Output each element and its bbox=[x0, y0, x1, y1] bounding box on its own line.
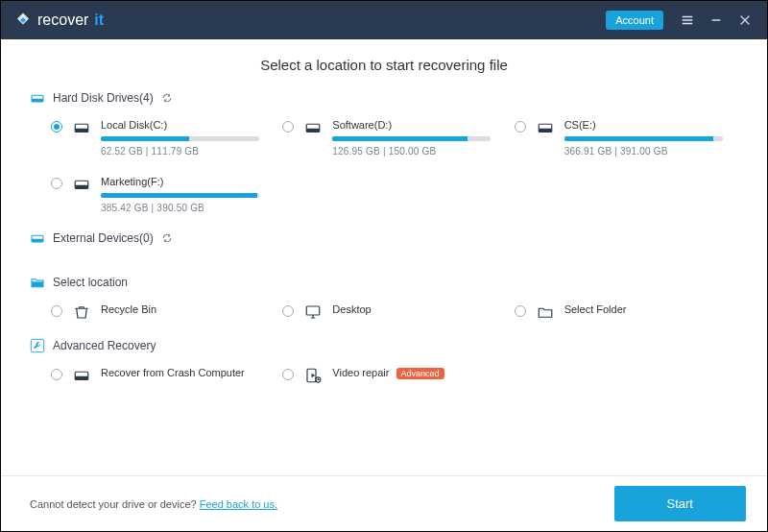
external-section-icon bbox=[30, 230, 45, 246]
advanced-item[interactable]: Recover from Crash Computer bbox=[51, 367, 275, 384]
brand-text-b: it bbox=[94, 12, 104, 29]
drive-radio[interactable] bbox=[51, 178, 62, 189]
footer: Cannot detect your drive or device? Feed… bbox=[1, 475, 767, 531]
usage-bar bbox=[564, 136, 723, 141]
drive-size: 62.52 GB | 111.79 GB bbox=[101, 146, 275, 157]
drive-radio[interactable] bbox=[51, 121, 62, 133]
advanced-radio[interactable] bbox=[282, 369, 294, 380]
refresh-icon[interactable] bbox=[161, 92, 173, 104]
drive-size: 366.91 GB | 391.00 GB bbox=[564, 146, 738, 157]
advanced-label: Recover from Crash Computer bbox=[101, 367, 275, 378]
close-icon[interactable] bbox=[731, 6, 759, 35]
drive-item[interactable]: Software(D:)126.95 GB | 150.00 GB bbox=[282, 119, 506, 157]
locations-grid: Recycle BinDesktopSelect Folder bbox=[30, 303, 738, 321]
logo-icon bbox=[14, 12, 32, 29]
drive-item[interactable]: Marketing(F:)385.42 GB | 390.50 GB bbox=[51, 176, 275, 213]
section-hard-drives-label: Hard Disk Drives(4) bbox=[53, 91, 154, 105]
disk-icon bbox=[72, 119, 91, 136]
app-window: recoverit Account Select a location to s… bbox=[0, 0, 768, 532]
drive-size: 385.42 GB | 390.50 GB bbox=[101, 203, 275, 213]
advanced-item[interactable]: Video repair Advanced bbox=[282, 367, 506, 384]
minimize-icon[interactable] bbox=[702, 6, 731, 35]
location-label: Select Folder bbox=[564, 303, 738, 315]
disk-icon bbox=[303, 119, 323, 136]
advanced-radio[interactable] bbox=[51, 369, 62, 380]
location-icon bbox=[303, 303, 323, 321]
drives-grid: Local Disk(C:)62.52 GB | 111.79 GBSoftwa… bbox=[30, 119, 738, 213]
menu-icon[interactable] bbox=[673, 6, 702, 35]
svg-rect-9 bbox=[75, 185, 88, 189]
svg-rect-12 bbox=[32, 281, 43, 286]
section-select-location: Select location bbox=[30, 275, 738, 290]
titlebar: recoverit Account bbox=[1, 1, 767, 39]
usage-bar bbox=[101, 193, 259, 198]
location-item[interactable]: Select Folder bbox=[515, 303, 738, 321]
section-external: External Devices(0) bbox=[30, 230, 738, 246]
drive-size: 126.95 GB | 150.00 GB bbox=[332, 146, 506, 157]
advanced-icon bbox=[72, 367, 91, 384]
advanced-icon bbox=[303, 367, 323, 384]
drive-label: Marketing(F:) bbox=[101, 176, 275, 187]
section-external-label: External Devices(0) bbox=[53, 231, 154, 245]
svg-rect-7 bbox=[539, 129, 552, 133]
drive-item[interactable]: Local Disk(C:)62.52 GB | 111.79 GB bbox=[51, 119, 275, 157]
brand-text-a: recover bbox=[37, 12, 88, 29]
wrench-section-icon bbox=[30, 338, 45, 353]
page-title: Select a location to start recovering fi… bbox=[30, 57, 738, 73]
location-radio[interactable] bbox=[515, 305, 526, 317]
svg-rect-1 bbox=[32, 99, 43, 102]
app-logo: recoverit bbox=[14, 12, 104, 29]
section-advanced-label: Advanced Recovery bbox=[53, 339, 156, 352]
usage-bar bbox=[101, 136, 259, 141]
location-icon bbox=[536, 303, 555, 321]
drive-radio[interactable] bbox=[515, 121, 526, 133]
folder-section-icon bbox=[30, 275, 45, 290]
svg-rect-13 bbox=[307, 306, 321, 315]
drive-radio[interactable] bbox=[282, 121, 294, 133]
drive-label: Software(D:) bbox=[332, 119, 506, 131]
disk-icon bbox=[72, 176, 91, 193]
advanced-badge: Advanced bbox=[396, 368, 444, 379]
refresh-icon[interactable] bbox=[161, 232, 173, 244]
drive-section-icon bbox=[30, 90, 45, 106]
svg-rect-11 bbox=[32, 239, 43, 242]
main-content: Select a location to start recovering fi… bbox=[1, 39, 767, 475]
section-hard-drives: Hard Disk Drives(4) bbox=[30, 90, 738, 106]
drive-item[interactable]: CS(E:)366.91 GB | 391.00 GB bbox=[515, 119, 738, 157]
location-radio[interactable] bbox=[51, 305, 62, 317]
drive-label: CS(E:) bbox=[564, 119, 738, 131]
section-advanced: Advanced Recovery bbox=[30, 338, 738, 353]
account-button[interactable]: Account bbox=[606, 11, 663, 30]
svg-rect-3 bbox=[75, 129, 88, 133]
feedback-link[interactable]: Feed back to us. bbox=[200, 498, 277, 510]
usage-bar bbox=[332, 136, 491, 141]
location-item[interactable]: Recycle Bin bbox=[51, 303, 275, 321]
location-radio[interactable] bbox=[282, 305, 294, 317]
location-icon bbox=[72, 303, 91, 321]
location-label: Desktop bbox=[332, 303, 506, 315]
advanced-grid: Recover from Crash Computer Video repair… bbox=[30, 367, 738, 384]
section-select-location-label: Select location bbox=[53, 276, 128, 289]
svg-rect-16 bbox=[75, 376, 88, 380]
location-item[interactable]: Desktop bbox=[282, 303, 506, 321]
start-button[interactable]: Start bbox=[614, 486, 746, 521]
drive-label: Local Disk(C:) bbox=[101, 119, 275, 131]
location-label: Recycle Bin bbox=[101, 303, 275, 315]
footer-text: Cannot detect your drive or device? Feed… bbox=[30, 498, 277, 510]
advanced-label: Video repair Advanced bbox=[332, 367, 506, 379]
svg-rect-5 bbox=[307, 129, 321, 133]
disk-icon bbox=[536, 119, 555, 136]
